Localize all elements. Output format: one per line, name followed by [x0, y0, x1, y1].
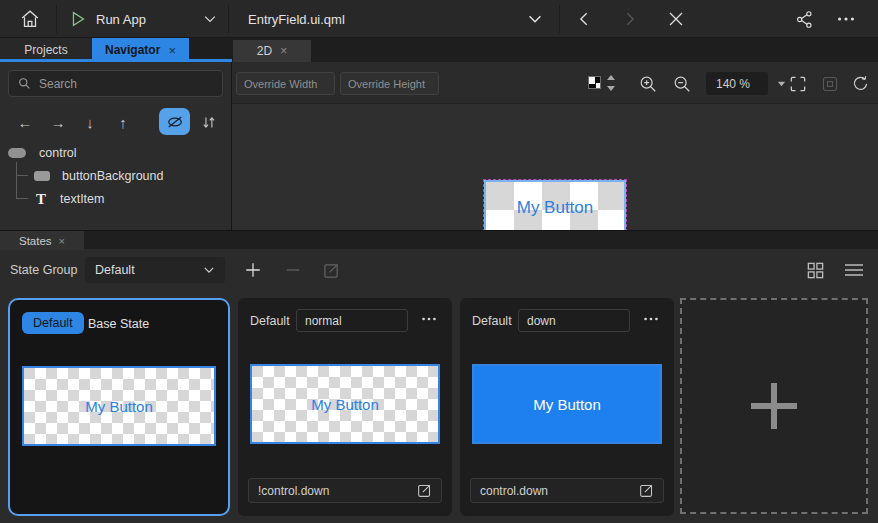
state-name-label: Base State [88, 317, 149, 331]
spin-down-icon [607, 86, 615, 91]
state-card-down[interactable]: Default My Button control.down [460, 298, 674, 516]
list-view-button[interactable] [839, 255, 869, 285]
override-width-input[interactable] [236, 72, 335, 95]
tab-close-icon[interactable]: × [168, 43, 176, 58]
tree-item-control[interactable]: control [0, 142, 232, 164]
tab-close-icon[interactable]: × [280, 44, 287, 58]
state-thumbnail[interactable]: My Button [472, 364, 662, 444]
ellipsis-icon [642, 310, 660, 328]
close-document-button[interactable] [658, 0, 694, 38]
tab-states-label: States [19, 235, 52, 247]
edit-icon[interactable] [639, 483, 654, 498]
tree-item-label: buttonBackground [62, 169, 163, 183]
search-input[interactable] [39, 77, 213, 91]
arrow-right-icon: → [51, 114, 66, 131]
tree-item-label: control [39, 146, 77, 160]
background-color-swatch[interactable] [588, 76, 601, 89]
tab-close-icon[interactable]: × [59, 235, 65, 247]
2d-canvas[interactable]: My Button [232, 104, 878, 230]
zoom-out-button[interactable] [669, 71, 695, 96]
minus-icon [284, 261, 302, 279]
add-state-button[interactable] [680, 298, 868, 514]
navigator-search-box[interactable] [8, 70, 223, 97]
tab-states[interactable]: States × [0, 231, 84, 250]
reverse-order-button[interactable] [194, 108, 222, 136]
home-button[interactable] [10, 0, 50, 38]
run-app-button[interactable]: Run App [60, 0, 228, 38]
reset-view-button[interactable] [847, 71, 873, 96]
when-condition-field[interactable]: control.down [470, 478, 664, 503]
arrow-down-icon: ↓ [86, 114, 94, 131]
share-icon [794, 9, 815, 30]
rectangle-icon [34, 171, 50, 181]
state-group-tag: Default [472, 314, 512, 328]
move-up-button[interactable]: ↑ [109, 108, 137, 136]
tab-strip: Projects Navigator × 2D × [0, 38, 878, 62]
zoom-selection-icon [821, 75, 839, 93]
my-button-component[interactable]: My Button [484, 180, 626, 236]
tab-projects-label: Projects [24, 43, 67, 57]
fit-to-screen-button[interactable] [785, 71, 811, 96]
state-group-badge[interactable]: Default [22, 312, 84, 334]
grid-view-icon [806, 261, 825, 280]
item-icon [8, 148, 26, 158]
thumbnail-view-button[interactable] [800, 255, 830, 285]
plus-icon [751, 383, 797, 429]
show-invisible-items-toggle[interactable] [159, 108, 190, 135]
edit-icon [323, 262, 340, 279]
tree-item-text-item[interactable]: T textItem [0, 188, 232, 210]
tab-navigator-label: Navigator [105, 43, 160, 57]
ellipsis-icon [420, 310, 438, 328]
state-menu-button[interactable] [416, 308, 442, 330]
zoom-in-button[interactable] [635, 71, 661, 96]
sort-arrows-icon [200, 114, 217, 131]
state-name-input[interactable] [518, 309, 630, 332]
move-right-button[interactable]: → [44, 108, 72, 136]
state-group-label: State Group [10, 249, 77, 290]
tree-item-button-background[interactable]: buttonBackground [0, 165, 232, 187]
play-icon [68, 9, 88, 29]
2d-toolbar: 140 % [232, 62, 878, 104]
rename-state-group-button[interactable] [316, 255, 346, 285]
move-left-button[interactable]: ← [11, 108, 39, 136]
add-state-group-button[interactable] [238, 255, 268, 285]
chevron-down-icon [202, 263, 216, 277]
run-app-label: Run App [96, 12, 146, 27]
remove-state-group-button[interactable] [278, 255, 308, 285]
run-app-chevron-down-icon[interactable] [202, 11, 218, 27]
when-condition-value: control.down [480, 484, 639, 498]
states-panel: States × State Group Default [0, 230, 878, 523]
toolbar-separator [559, 5, 560, 33]
thumbnail-button-label: My Button [533, 396, 601, 413]
state-group-select[interactable]: Default [85, 257, 225, 283]
tree-item-label: textItem [60, 192, 104, 206]
override-height-input[interactable] [340, 72, 439, 95]
move-down-button[interactable]: ↓ [76, 108, 104, 136]
tab-2d[interactable]: 2D × [233, 40, 311, 62]
when-condition-field[interactable]: !control.down [248, 478, 442, 503]
open-document-dropdown[interactable]: EntryField.ui.qml [232, 0, 558, 38]
document-chevron-down-icon [526, 10, 544, 28]
go-back-button[interactable] [566, 0, 602, 38]
form-editor-2d: 140 % [232, 62, 878, 230]
edit-icon[interactable] [417, 483, 432, 498]
selection-outline: My Button [483, 179, 627, 237]
state-menu-button[interactable] [638, 308, 664, 330]
text-icon: T [33, 191, 49, 208]
zoom-to-selection-button[interactable] [817, 71, 843, 96]
navigator-panel: ← → ↓ ↑ [0, 62, 232, 230]
background-color-stepper[interactable] [606, 75, 616, 91]
arrow-up-icon: ↑ [119, 114, 127, 131]
state-card-normal[interactable]: Default My Button !control.down [238, 298, 452, 516]
search-icon [18, 77, 31, 90]
share-button[interactable] [786, 0, 822, 38]
zoom-in-icon [638, 74, 658, 94]
state-thumbnail[interactable]: My Button [250, 364, 440, 444]
state-name-input[interactable] [296, 309, 408, 332]
zoom-level-field[interactable]: 140 % [706, 72, 768, 95]
go-forward-button[interactable] [612, 0, 648, 38]
state-thumbnail[interactable]: My Button [22, 366, 216, 446]
state-card-base[interactable]: Default Base State My Button [8, 298, 230, 516]
thumbnail-button-label: My Button [85, 398, 153, 415]
more-options-button[interactable] [828, 0, 864, 38]
